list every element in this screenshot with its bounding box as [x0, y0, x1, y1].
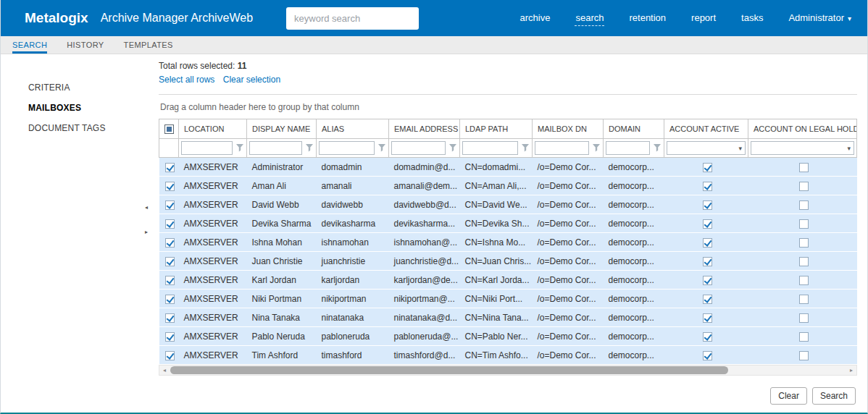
nav-archive[interactable]: archive	[519, 10, 551, 26]
filter-funnel-icon[interactable]	[235, 143, 244, 153]
account-active-checkbox[interactable]	[703, 163, 712, 172]
row-checkbox[interactable]	[165, 257, 175, 266]
row-checkbox[interactable]	[165, 238, 175, 248]
filter-funnel-icon[interactable]	[591, 143, 601, 153]
cell-legal-hold	[748, 214, 857, 233]
sidebar-item-document-tags[interactable]: DOCUMENT TAGS	[1, 118, 159, 138]
account-active-checkbox[interactable]	[703, 219, 712, 229]
splitter-expand-icon[interactable]: ▸	[145, 229, 148, 235]
sidebar-item-criteria[interactable]: CRITERIA	[1, 77, 159, 98]
account-active-checkbox[interactable]	[703, 200, 712, 210]
filter-display-name-input[interactable]	[249, 141, 302, 155]
table-row[interactable]: AMXSERVER Tim Ashford timashford timashf…	[159, 346, 857, 365]
legal-hold-checkbox[interactable]	[799, 182, 809, 191]
account-active-checkbox[interactable]	[703, 332, 712, 342]
filter-funnel-icon[interactable]	[304, 143, 314, 153]
sidebar-item-mailboxes[interactable]: MAILBOXES	[1, 98, 159, 118]
account-active-checkbox[interactable]	[703, 257, 712, 266]
tab-history[interactable]: HISTORY	[67, 36, 104, 54]
legal-hold-checkbox[interactable]	[799, 200, 809, 210]
account-active-checkbox[interactable]	[703, 238, 712, 248]
legal-hold-checkbox[interactable]	[799, 295, 809, 304]
filter-funnel-icon[interactable]	[652, 143, 662, 153]
cell-mailbox-dn: /o=Demo Cor...	[533, 177, 604, 195]
splitter-collapse-icon[interactable]: ◂	[145, 205, 148, 211]
filter-alias-input[interactable]	[319, 141, 375, 155]
cell-display-name: David Webb	[247, 195, 317, 214]
column-header-alias[interactable]: ALIAS	[317, 119, 389, 139]
nav-retention[interactable]: retention	[628, 10, 667, 26]
legal-hold-checkbox[interactable]	[799, 238, 809, 248]
selection-links: Select all rows Clear selection	[159, 75, 857, 85]
table-row[interactable]: AMXSERVER Karl Jordan karljordan karljor…	[159, 271, 857, 290]
column-header-account-active[interactable]: ACCOUNT ACTIVE	[664, 119, 748, 139]
filter-account-active-select[interactable]: ▾	[667, 141, 746, 155]
filter-legal-hold-select[interactable]: ▾	[751, 141, 854, 155]
legal-hold-checkbox[interactable]	[799, 276, 809, 285]
table-row[interactable]: AMXSERVER Juan Christie juanchristie jua…	[159, 252, 857, 271]
table-row[interactable]: AMXSERVER Administrator domadmin domadmi…	[159, 158, 857, 177]
select-all-checkbox[interactable]	[164, 124, 174, 134]
legal-hold-checkbox[interactable]	[799, 219, 809, 229]
filter-funnel-icon[interactable]	[377, 143, 386, 153]
table-row[interactable]: AMXSERVER Niki Portman nikiportman nikip…	[159, 290, 857, 308]
account-active-checkbox[interactable]	[703, 351, 712, 360]
row-checkbox[interactable]	[165, 219, 175, 229]
column-header-email-address[interactable]: EMAIL ADDRESS	[389, 119, 460, 139]
column-header-ldap-path[interactable]: LDAP PATH	[460, 119, 533, 139]
filter-ldap-path-input[interactable]	[462, 141, 518, 155]
table-row[interactable]: AMXSERVER Ishna Mohan ishnamohan ishnamo…	[159, 233, 857, 252]
legal-hold-checkbox[interactable]	[799, 332, 809, 342]
select-all-rows-link[interactable]: Select all rows	[159, 75, 214, 85]
account-active-checkbox[interactable]	[703, 182, 712, 191]
scroll-right-icon[interactable]: ▸	[846, 366, 856, 375]
row-checkbox[interactable]	[165, 163, 175, 172]
filter-mailbox-dn-input[interactable]	[535, 141, 589, 155]
legal-hold-checkbox[interactable]	[799, 313, 809, 323]
scrollbar-thumb[interactable]	[170, 366, 728, 374]
tab-templates[interactable]: TEMPLATES	[124, 36, 173, 54]
column-header-location[interactable]: LOCATION	[179, 119, 247, 139]
table-row[interactable]: AMXSERVER Aman Ali amanali amanali@dem..…	[159, 177, 857, 195]
column-header-account-on-legal-hold[interactable]: ACCOUNT ON LEGAL HOLD	[748, 119, 857, 139]
nav-report[interactable]: report	[690, 10, 717, 26]
legal-hold-checkbox[interactable]	[799, 257, 809, 266]
row-checkbox[interactable]	[165, 276, 175, 285]
nav-tasks[interactable]: tasks	[740, 10, 764, 26]
scroll-left-icon[interactable]: ◂	[159, 366, 170, 375]
row-checkbox[interactable]	[165, 295, 175, 304]
search-button[interactable]: Search	[812, 387, 856, 405]
table-row[interactable]: AMXSERVER Pablo Neruda pabloneruda pablo…	[159, 327, 857, 346]
table-row[interactable]: AMXSERVER Nina Tanaka ninatanaka ninatan…	[159, 308, 857, 327]
row-checkbox[interactable]	[165, 332, 175, 342]
filter-email-address-input[interactable]	[391, 141, 446, 155]
group-by-panel[interactable]: Drag a column header here to group by th…	[159, 94, 857, 119]
filter-location-input[interactable]	[181, 141, 233, 155]
column-header-mailbox-dn[interactable]: MAILBOX DN	[533, 119, 604, 139]
legal-hold-checkbox[interactable]	[799, 351, 809, 360]
row-checkbox[interactable]	[165, 182, 175, 191]
table-row[interactable]: AMXSERVER David Webb davidwebb davidwebb…	[159, 195, 857, 214]
clear-selection-link[interactable]: Clear selection	[223, 75, 280, 85]
horizontal-scrollbar[interactable]: ◂ ▸	[159, 365, 857, 376]
cell-domain: democorp...	[604, 177, 664, 195]
column-header-domain[interactable]: DOMAIN	[604, 119, 664, 139]
nav-administrator[interactable]: Administrator▾	[788, 10, 852, 26]
row-checkbox[interactable]	[165, 351, 175, 360]
clear-button[interactable]: Clear	[770, 387, 807, 405]
row-checkbox[interactable]	[165, 200, 175, 210]
nav-search[interactable]: search	[575, 10, 604, 26]
account-active-checkbox[interactable]	[703, 276, 712, 285]
account-active-checkbox[interactable]	[703, 313, 712, 323]
filter-funnel-icon[interactable]	[448, 143, 457, 153]
row-checkbox[interactable]	[165, 313, 175, 323]
filter-domain-input[interactable]	[606, 141, 650, 155]
column-header-display-name[interactable]: DISPLAY NAME	[247, 119, 317, 139]
legal-hold-checkbox[interactable]	[799, 163, 809, 172]
table-row[interactable]: AMXSERVER Devika Sharma devikasharma dev…	[159, 214, 857, 233]
tab-search[interactable]: SEARCH	[12, 36, 47, 54]
filter-funnel-icon[interactable]	[520, 143, 530, 153]
keyword-search-input[interactable]	[286, 7, 419, 30]
account-active-checkbox[interactable]	[703, 295, 712, 304]
cell-legal-hold	[748, 346, 857, 365]
